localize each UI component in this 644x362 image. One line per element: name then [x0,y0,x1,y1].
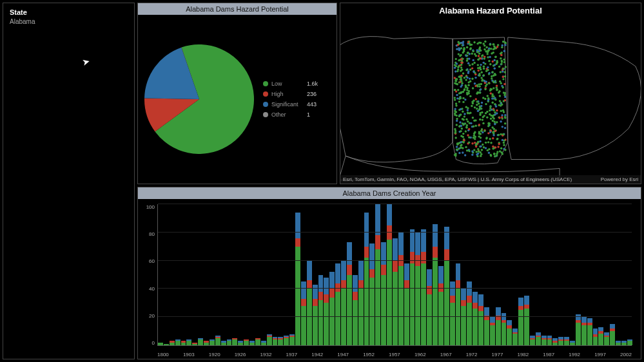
map-point[interactable] [489,110,491,111]
map-point[interactable] [493,117,495,119]
map-point[interactable] [460,113,462,115]
map-point[interactable] [496,121,498,123]
map-point[interactable] [482,54,483,56]
bar-1930[interactable] [238,204,243,345]
map-point[interactable] [475,146,477,148]
map-point[interactable] [487,69,489,71]
map-point[interactable] [494,64,496,66]
bar-chart[interactable]: 020406080100 180019031920192619321937194… [138,199,641,359]
map-point[interactable] [484,62,486,64]
map-point[interactable] [474,53,476,55]
map-point[interactable] [463,139,465,141]
map-point[interactable] [493,134,494,136]
map-point[interactable] [463,88,465,90]
map-point[interactable] [477,148,479,150]
map-point[interactable] [480,57,482,59]
bar-1997[interactable] [581,204,587,345]
map-point[interactable] [483,146,485,148]
map-point[interactable] [455,82,457,84]
bar-1959[interactable] [364,204,369,345]
map-point[interactable] [503,59,505,61]
map-point[interactable] [460,130,462,132]
bar-1984[interactable] [507,204,512,345]
map-point[interactable] [486,53,488,55]
bar-1934[interactable] [249,204,255,345]
map-point[interactable] [469,68,471,70]
bar-1949[interactable] [307,204,312,345]
map-point[interactable] [477,70,479,71]
map-point[interactable] [479,106,481,108]
map-point[interactable] [459,121,461,123]
map-point[interactable] [471,77,473,79]
map-point[interactable] [498,90,500,92]
map-point[interactable] [492,61,494,62]
map-point[interactable] [498,66,500,68]
map-point[interactable] [462,136,463,138]
map-point[interactable] [488,72,490,74]
map-point[interactable] [489,113,491,115]
map-point[interactable] [503,133,505,135]
bar-1971[interactable] [433,204,438,345]
map-point[interactable] [487,66,489,68]
map-point[interactable] [477,64,479,66]
bar-1905[interactable] [186,204,191,345]
bar-1948[interactable] [301,204,306,345]
map-point[interactable] [457,44,459,46]
map-point[interactable] [460,144,462,146]
map-point[interactable] [488,60,490,62]
map-point[interactable] [461,128,463,129]
map-point[interactable] [471,142,473,144]
map-canvas[interactable]: Esri, TomTom, Garmin, FAO, NOAA, USGS, E… [340,18,641,184]
map-point[interactable] [504,127,506,129]
map-point[interactable] [488,49,490,51]
map-point[interactable] [454,99,456,100]
map-point[interactable] [473,120,475,122]
bar-1965[interactable] [398,204,404,345]
bar-1932[interactable] [244,204,249,345]
map-point[interactable] [457,68,459,70]
map-point[interactable] [471,44,473,46]
bar-1920[interactable] [210,204,215,345]
map-point[interactable] [465,146,467,148]
map-point[interactable] [478,83,480,85]
bar-1951[interactable] [318,204,324,345]
map-point[interactable] [471,53,473,55]
bar-1975[interactable] [456,204,461,345]
map-point[interactable] [480,88,482,90]
map-point[interactable] [491,95,493,97]
map-point[interactable] [471,63,473,65]
bar-1991[interactable] [547,204,552,345]
bar-1992[interactable] [552,204,558,345]
map-point[interactable] [465,79,467,81]
legend-row-sig[interactable]: Significant 443 [263,101,318,108]
map-point[interactable] [457,66,459,68]
bar-1982[interactable] [496,204,501,345]
map-point[interactable] [477,67,479,69]
map-point[interactable] [488,82,490,84]
map-point[interactable] [463,113,465,115]
map-point[interactable] [468,137,470,138]
map-point[interactable] [470,122,472,124]
map-point[interactable] [473,134,475,136]
bar-1963[interactable] [387,204,392,345]
map-point[interactable] [498,117,500,119]
map-point[interactable] [467,109,469,111]
map-point[interactable] [494,55,496,57]
map-point[interactable] [475,151,477,153]
map-point[interactable] [498,134,500,136]
bar-1962[interactable] [381,204,386,345]
map-point[interactable] [456,94,458,96]
map-point[interactable] [480,137,482,138]
map-point[interactable] [455,58,457,60]
map-point[interactable] [489,63,491,65]
map-point[interactable] [503,83,505,85]
map-panel[interactable]: Alabama Hazard Potential Esri, TomTom, G… [340,3,641,184]
map-point[interactable] [473,126,474,128]
bar-1944[interactable] [284,204,289,345]
map-point[interactable] [472,59,474,61]
map-point[interactable] [480,77,482,79]
sidebar-filter[interactable]: State Alabama [3,3,135,359]
map-point[interactable] [487,132,489,134]
bar-1969[interactable] [421,204,426,345]
map-point[interactable] [469,64,471,66]
